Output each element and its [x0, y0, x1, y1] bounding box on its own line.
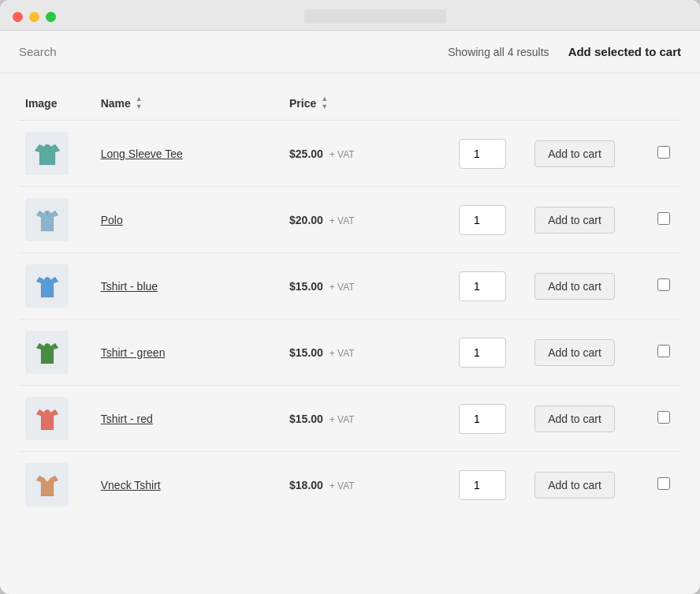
- product-image-cell: [19, 386, 95, 452]
- product-image: [25, 264, 69, 308]
- price-main: $25.00: [289, 148, 323, 160]
- table-row: Long Sleeve Tee $25.00 + VAT Add to cart: [19, 121, 681, 187]
- product-action-cell: Add to cart: [528, 452, 651, 518]
- product-select-cell: [651, 319, 681, 386]
- product-price-cell: $20.00 + VAT: [283, 187, 452, 253]
- table-row: Vneck Tshirt $18.00 + VAT Add to cart: [19, 452, 681, 518]
- col-header-qty: [452, 86, 528, 121]
- product-price-cell: $25.00 + VAT: [283, 121, 452, 187]
- quantity-input[interactable]: [459, 205, 506, 235]
- quantity-input[interactable]: [459, 404, 506, 434]
- price-vat: + VAT: [330, 282, 355, 293]
- product-qty-cell: [452, 187, 528, 253]
- product-image: [25, 397, 69, 440]
- product-name-cell: Polo: [95, 187, 283, 253]
- price-vat: + VAT: [330, 348, 355, 359]
- row-select-checkbox[interactable]: [657, 212, 670, 225]
- row-select-checkbox[interactable]: [657, 411, 670, 424]
- product-name-link[interactable]: Tshirt - blue: [101, 280, 158, 293]
- add-to-cart-button[interactable]: Add to cart: [534, 140, 615, 167]
- product-name-cell: Tshirt - green: [95, 319, 283, 386]
- add-selected-to-cart-button[interactable]: Add selected to cart: [568, 45, 681, 58]
- close-button[interactable]: [13, 12, 23, 22]
- row-select-checkbox[interactable]: [657, 477, 670, 490]
- product-price-cell: $15.00 + VAT: [283, 253, 452, 319]
- app-window: Showing all 4 results Add selected to ca…: [0, 0, 700, 594]
- price-vat: + VAT: [330, 480, 355, 491]
- product-image: [25, 198, 69, 241]
- col-header-action: [528, 86, 651, 121]
- product-name-link[interactable]: Tshirt - green: [101, 346, 166, 359]
- showing-results-text: Showing all 4 results: [448, 46, 549, 58]
- product-name-link[interactable]: Polo: [101, 214, 123, 226]
- product-action-cell: Add to cart: [528, 253, 651, 319]
- product-name-cell: Vneck Tshirt: [95, 452, 283, 518]
- product-select-cell: [651, 121, 681, 187]
- product-table-container: Image Name ▲ ▼ Price: [0, 73, 700, 594]
- price-main: $15.00: [289, 413, 323, 425]
- product-image: [25, 331, 69, 374]
- product-image-cell: [19, 452, 95, 518]
- product-select-cell: [651, 187, 681, 253]
- add-to-cart-button[interactable]: Add to cart: [534, 273, 615, 300]
- product-image: [25, 132, 69, 175]
- product-qty-cell: [452, 121, 528, 187]
- product-action-cell: Add to cart: [528, 121, 651, 187]
- price-vat: + VAT: [330, 215, 355, 226]
- table-row: Polo $20.00 + VAT Add to cart: [19, 187, 681, 253]
- product-image-cell: [19, 253, 95, 319]
- product-name-link[interactable]: Tshirt - red: [101, 413, 153, 425]
- search-input[interactable]: [19, 45, 177, 58]
- product-price-cell: $18.00 + VAT: [283, 452, 452, 518]
- price-main: $15.00: [289, 280, 323, 293]
- product-image-cell: [19, 187, 95, 253]
- table-row: Tshirt - green $15.00 + VAT Add to cart: [19, 319, 681, 386]
- product-image: [25, 463, 69, 506]
- price-main: $18.00: [289, 479, 323, 491]
- product-select-cell: [651, 386, 681, 452]
- quantity-input[interactable]: [459, 271, 506, 301]
- toolbar: Showing all 4 results Add selected to ca…: [0, 31, 700, 73]
- price-vat: + VAT: [330, 149, 355, 160]
- name-sort-icon[interactable]: ▲ ▼: [136, 95, 143, 110]
- row-select-checkbox[interactable]: [657, 278, 670, 291]
- quantity-input[interactable]: [459, 338, 506, 368]
- add-to-cart-button[interactable]: Add to cart: [534, 339, 615, 366]
- url-bar: [304, 9, 446, 24]
- row-select-checkbox[interactable]: [657, 345, 670, 357]
- table-row: Tshirt - red $15.00 + VAT Add to cart: [19, 386, 681, 452]
- maximize-button[interactable]: [46, 12, 56, 22]
- product-qty-cell: [452, 253, 528, 319]
- product-price-cell: $15.00 + VAT: [283, 386, 452, 452]
- table-row: Tshirt - blue $15.00 + VAT Add to cart: [19, 253, 681, 319]
- row-select-checkbox[interactable]: [657, 146, 670, 159]
- price-vat: + VAT: [330, 414, 355, 425]
- product-price-cell: $15.00 + VAT: [283, 319, 452, 386]
- col-header-name[interactable]: Name ▲ ▼: [95, 86, 283, 121]
- price-main: $15.00: [289, 346, 323, 359]
- add-to-cart-button[interactable]: Add to cart: [534, 472, 615, 499]
- product-image-cell: [19, 319, 95, 386]
- product-name-link[interactable]: Long Sleeve Tee: [101, 148, 183, 160]
- product-name-link[interactable]: Vneck Tshirt: [101, 479, 161, 491]
- quantity-input[interactable]: [459, 470, 506, 500]
- quantity-input[interactable]: [459, 139, 506, 169]
- col-header-image: Image: [19, 86, 95, 121]
- product-qty-cell: [452, 386, 528, 452]
- product-qty-cell: [452, 319, 528, 386]
- price-main: $20.00: [289, 214, 323, 226]
- product-image-cell: [19, 121, 95, 187]
- product-table: Image Name ▲ ▼ Price: [19, 86, 681, 517]
- product-select-cell: [651, 253, 681, 319]
- add-to-cart-button[interactable]: Add to cart: [534, 405, 615, 432]
- product-action-cell: Add to cart: [528, 187, 651, 253]
- table-header-row: Image Name ▲ ▼ Price: [19, 86, 681, 121]
- add-to-cart-button[interactable]: Add to cart: [534, 207, 615, 233]
- product-qty-cell: [452, 452, 528, 518]
- product-name-cell: Tshirt - blue: [95, 253, 283, 319]
- product-action-cell: Add to cart: [528, 319, 651, 386]
- col-header-price[interactable]: Price ▲ ▼: [283, 86, 452, 121]
- price-sort-icon[interactable]: ▲ ▼: [321, 95, 328, 110]
- product-name-cell: Tshirt - red: [95, 386, 283, 452]
- minimize-button[interactable]: [29, 12, 39, 22]
